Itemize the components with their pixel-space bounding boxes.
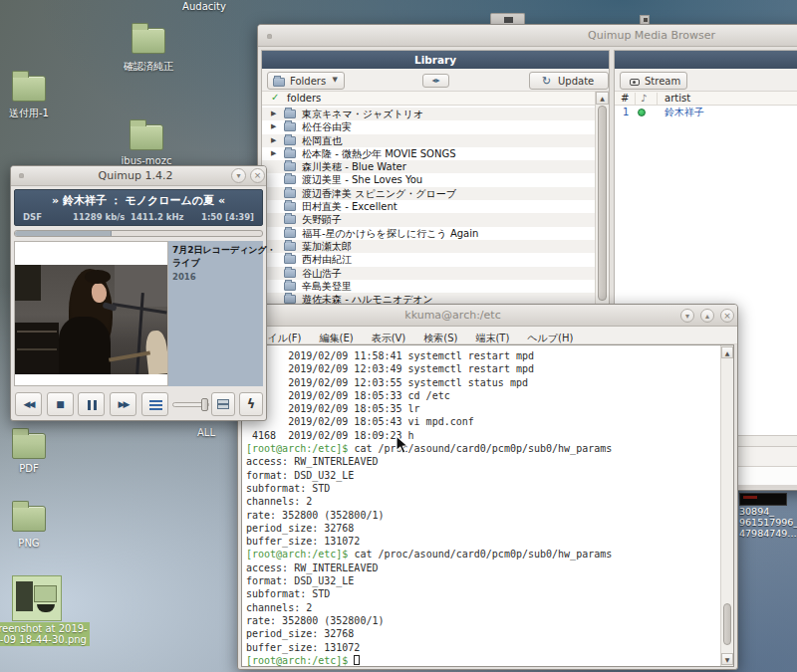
library-folder-row[interactable]: 福耳-星のかけらを探しに行こう Again [262, 227, 595, 240]
library-folder-row[interactable]: 辛島美登里 [262, 280, 595, 293]
library-folder-row[interactable]: 矢野顕子 [262, 213, 595, 226]
folder-icon [284, 242, 296, 251]
folder-icon [284, 175, 296, 184]
library-folder-row[interactable]: ▶松任谷由実 [262, 120, 595, 133]
artist-row[interactable]: 1鈴木祥子 [615, 106, 797, 118]
scroll-down-icon[interactable]: ▼ [721, 653, 733, 665]
library-toolbar: Folders ▼ ◂▸ ↻ Update [262, 69, 609, 92]
playlist-button[interactable] [141, 392, 168, 416]
previous-button[interactable]: ◀◀ [15, 392, 42, 416]
scrollbar-thumb[interactable] [598, 106, 607, 301]
library-folder-row[interactable]: 田村直美 - Excellent [262, 200, 595, 213]
screenshot-label[interactable]: Screenshot at 2019- 02-09 18-44-30.png [0, 622, 90, 646]
desktop-icon-label[interactable]: 送付用-1 [0, 107, 74, 120]
terminal-cursor [354, 655, 360, 665]
maximize-button[interactable]: ▴ [700, 309, 714, 323]
folder-icon [284, 189, 296, 198]
terminal-line: subformat: STD [246, 587, 719, 600]
library-folder-row[interactable]: 西村由紀江 [262, 253, 595, 266]
menu-item[interactable]: 編集(E) [311, 329, 363, 345]
expander-icon[interactable]: ▶ [271, 108, 276, 120]
progress-bar[interactable] [14, 230, 263, 237]
desktop-icon-label[interactable]: PNG [0, 538, 74, 549]
scrollbar-thumb[interactable] [723, 603, 731, 645]
scroll-up-icon[interactable]: ▲ [721, 346, 733, 358]
library-folder-row[interactable]: 森川美穂 - Blue Water [262, 160, 595, 173]
library-folder-row[interactable]: ▶東京キネマ・ジャズトリオ [262, 108, 595, 120]
menu-item[interactable]: 表示(V) [363, 329, 415, 345]
next-button[interactable]: ▶▶ [110, 392, 136, 416]
close-button[interactable]: × [250, 168, 265, 183]
library-folder-row[interactable]: 葉加瀬太郎 [262, 240, 595, 253]
background-window-top[interactable] [490, 13, 525, 24]
album-title-line2: ライブ [172, 257, 200, 270]
output-button[interactable] [211, 392, 235, 416]
library-folder-row[interactable]: ▶松岡直也 [262, 134, 595, 147]
background-window-top2[interactable] [640, 15, 650, 24]
folder-icon-soufu[interactable] [12, 76, 46, 102]
chevron-down-icon: ▼ [333, 76, 338, 84]
terminal-line: [root@arch:/etc]$ cat /proc/asound/card0… [246, 442, 719, 455]
desktop: { "desktop": { "top_label": "Audacity", … [0, 0, 797, 672]
music-note-icon: ♪ [641, 93, 647, 104]
menu-item[interactable]: 検索(S) [414, 329, 466, 345]
connect-button[interactable]: ϟ [239, 392, 263, 416]
terminal-line: 2019/02/09 11:58:41 systemctl restart mp… [246, 349, 719, 362]
library-list-header[interactable]: ✓ folders [262, 92, 609, 106]
pause-button[interactable] [78, 392, 105, 416]
close-button[interactable]: × [720, 309, 734, 323]
window-menu-dot[interactable] [19, 173, 24, 178]
desktop-icon-label[interactable]: 確認済純正 [104, 60, 193, 74]
artist-list-header[interactable]: # ♪ artist [615, 92, 797, 106]
screenshot-thumbnail[interactable] [12, 575, 62, 621]
terminal-content[interactable]: 2019/02/09 11:58:41 systemctl restart mp… [241, 344, 734, 667]
terminal-line: 2019/02/09 12:03:55 systemctl status mpd [246, 376, 719, 389]
library-folder-row[interactable]: 谷山浩子 [262, 267, 595, 280]
album-area: 7月2日レコーディング・ ライブ 2016 [14, 241, 263, 386]
scroll-up-icon[interactable]: ▲ [596, 92, 609, 105]
folder-icon-kakunin[interactable] [132, 28, 165, 54]
stream-button[interactable]: Stream [620, 72, 687, 90]
terminal-line: buffer_size: 131072 [246, 641, 719, 654]
terminal-menubar: ファイル(F)編集(E)表示(V)検索(S)端末(T)ヘルプ(H) [238, 327, 737, 344]
volume-thumb[interactable] [201, 398, 208, 411]
terminal-line: channels: 2 [246, 495, 719, 508]
folders-dropdown[interactable]: Folders ▼ [267, 72, 345, 90]
window-title: Quimup Media Browser [587, 29, 716, 42]
menu-item[interactable]: 端末(T) [466, 329, 518, 345]
folder-icon-ibus[interactable] [130, 124, 163, 150]
update-button[interactable]: ↻ Update [529, 72, 609, 90]
expander-icon[interactable]: ▶ [271, 134, 276, 147]
desktop-icon-label-audacity[interactable]: Audacity [159, 1, 249, 12]
stop-button[interactable]: ■ [47, 392, 74, 416]
media-browser-titlebar[interactable]: Quimup Media Browser [258, 25, 797, 47]
guitar-neck [109, 350, 150, 361]
terminal-line: 2019/02/09 18:05:35 lr [246, 402, 719, 415]
library-folder-row[interactable]: 渡辺美里 - She Loves You [262, 173, 595, 186]
menu-item[interactable]: ヘルプ(H) [518, 329, 582, 345]
folder-icon-png[interactable] [12, 506, 46, 532]
folder-icon [284, 149, 296, 158]
mouse-cursor [396, 435, 409, 455]
folder-icon-pdf[interactable] [12, 433, 46, 459]
minimize-button[interactable]: ▾ [231, 168, 246, 183]
image-file-thumbnail[interactable] [739, 493, 787, 506]
minimize-button[interactable]: ▾ [680, 309, 694, 323]
terminal-scrollbar[interactable]: ▲ ▼ [720, 345, 733, 666]
terminal-line: rate: 352800 (352800/1) [246, 509, 719, 522]
desktop-partial-label[interactable]: ALL [197, 427, 237, 438]
expander-icon[interactable]: ▶ [271, 147, 276, 160]
folder-icon [284, 269, 296, 278]
window-menu-dot[interactable] [267, 34, 272, 39]
expander-icon[interactable]: ▶ [271, 120, 276, 133]
terminal-line: format: DSD_U32_LE [246, 469, 719, 482]
image-file-label[interactable]: 30894_ 961517996_ 47984749… [739, 506, 797, 539]
volume-slider[interactable] [172, 402, 209, 407]
folder-icon [284, 136, 296, 145]
library-folder-row[interactable]: ▶松本隆 - 微熱少年 MOVIE SONGS [262, 147, 595, 160]
library-folder-row[interactable]: 渡辺香津美 スピニング・グローブ [262, 187, 595, 200]
splitter-button[interactable]: ◂▸ [422, 74, 449, 88]
desktop-icon-label[interactable]: PDF [0, 463, 74, 474]
terminal-titlebar[interactable]: kkuma@arch:/etc ▾ ▴ × [238, 305, 737, 327]
player-titlebar[interactable]: Quimup 1.4.2 ▾ × [11, 166, 266, 186]
